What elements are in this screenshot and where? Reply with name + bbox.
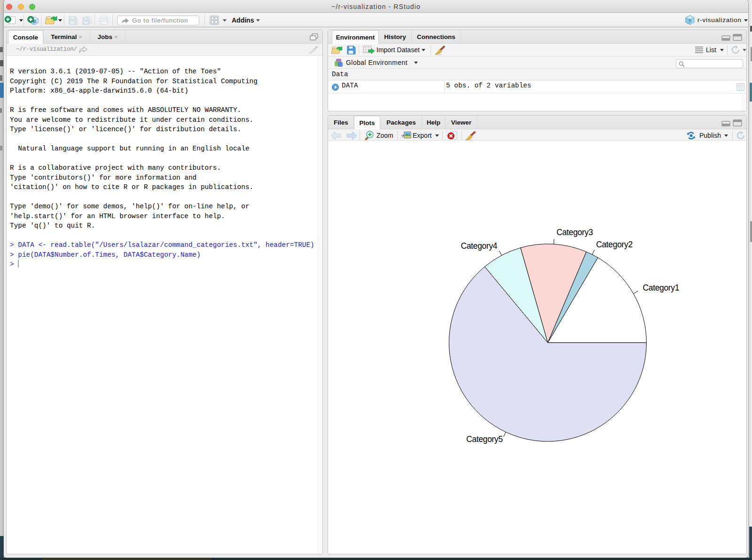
svg-text:Category3: Category3 (556, 228, 593, 237)
svg-text:Category5: Category5 (466, 434, 503, 444)
svg-text:R: R (689, 18, 692, 23)
svg-text:Category4: Category4 (461, 241, 497, 251)
svg-text:Category2: Category2 (596, 240, 633, 249)
svg-text:Category1: Category1 (643, 283, 680, 292)
